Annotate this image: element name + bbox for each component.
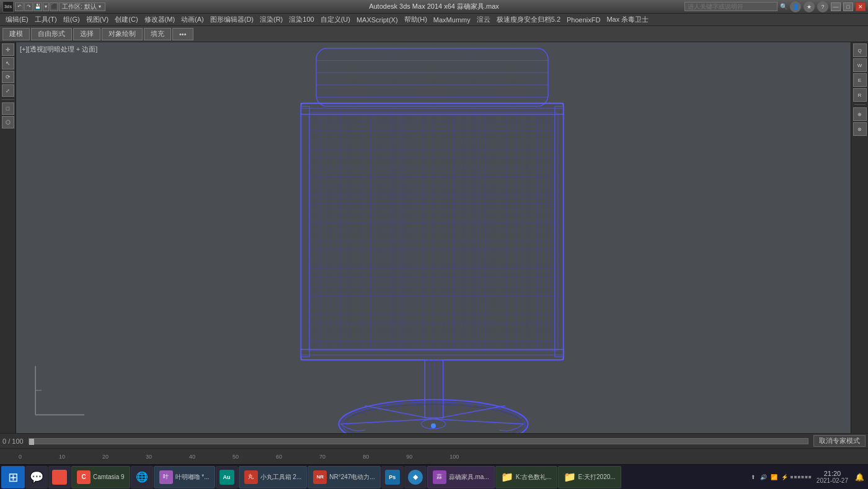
taskbar-chrome[interactable]: 🌐 (131, 466, 153, 488)
menu-item-0[interactable]: 编辑(E) (2, 14, 32, 25)
menu-item-11[interactable]: MAXScript(X) (353, 16, 401, 24)
folder1-label: K:古色数礼... (516, 473, 552, 482)
toolbar1-item-0[interactable]: 建模 (2, 28, 30, 40)
right-tool-1[interactable]: Q (853, 43, 867, 57)
svg-point-73 (431, 423, 436, 428)
taskbar-youtube[interactable]: 叶 叶明嘟噜 *... (154, 466, 215, 488)
timeline-num-3: 30 (146, 454, 152, 460)
menu-item-6[interactable]: 动画(A) (178, 14, 207, 25)
taskbar-xiaowan[interactable]: 丸 小丸工具箱 2... (239, 466, 308, 488)
right-tool-6[interactable]: ⊗ (853, 122, 867, 136)
menu-item-2[interactable]: 组(G) (60, 14, 83, 25)
right-tool-5[interactable]: ⊕ (853, 107, 867, 121)
right-tool-4[interactable]: R (853, 88, 867, 102)
minimize-button[interactable]: — (831, 2, 841, 11)
taskbar-camtasia[interactable]: C Camtasia 9 (71, 466, 130, 488)
right-tool-3[interactable]: E (853, 73, 867, 87)
toolbar1-item-4[interactable]: 填充 (144, 28, 171, 40)
taskbar-time-date[interactable]: 21:20 2021-02-27 (813, 470, 852, 484)
taskbar-folder1[interactable]: 📁 K:古色数礼... (495, 466, 557, 488)
timeline-num-0: 0 (19, 454, 22, 460)
menu-bar: 编辑(E)工具(T)组(G)视图(V)创建(C)修改器(M)动画(A)图形编辑器… (0, 14, 868, 26)
taskbar-folder2[interactable]: 📁 E:天打2020... (558, 466, 621, 488)
menu-item-4[interactable]: 创建(C) (112, 14, 141, 25)
tray-icon-4[interactable]: ⚡ (780, 472, 790, 482)
left-tool-6[interactable]: ⬡ (2, 116, 14, 128)
tray-icon-1[interactable]: ⬆ (748, 472, 758, 482)
menu-item-5[interactable]: 修改器(M) (141, 14, 179, 25)
workspace-label: 工作区: 默认 (62, 2, 97, 11)
menu-item-12[interactable]: 帮助(H) (401, 14, 430, 25)
timeline-numbers: 0102030405060708090100 (0, 449, 868, 464)
toolbar1-item-2[interactable]: 选择 (73, 28, 100, 40)
toolbar1-item-3[interactable]: 对象绘制 (102, 28, 143, 40)
menu-item-7[interactable]: 图形编辑器(D) (207, 14, 257, 25)
youtube-label: 叶明嘟噜 *... (175, 473, 210, 482)
menu-item-1[interactable]: 工具(T) (32, 14, 60, 25)
taskbar-nr[interactable]: NR NR°247电动力... (308, 466, 380, 488)
title-bar-right: 🔍 👤 ★ ? — □ ✕ (684, 1, 866, 12)
timeline-num-5: 50 (232, 454, 239, 460)
taskbar-time: 21:20 (824, 470, 841, 477)
redo-icon[interactable]: ↷ (24, 2, 33, 11)
icon-user[interactable]: 👤 (790, 1, 801, 12)
left-tool-2[interactable]: ↖ (2, 57, 14, 70)
folder2-label: E:天打2020... (578, 473, 616, 482)
menu-item-16[interactable]: PhoenixFD (564, 16, 603, 24)
timeline-num-9: 90 (406, 454, 412, 460)
timeline-thumb[interactable] (29, 439, 34, 445)
dropdown-icon[interactable]: ▼ (43, 2, 49, 11)
taskbar-suanque[interactable]: 蒜 蒜确家具.ma... (427, 466, 495, 488)
maximize-button[interactable]: □ (843, 2, 853, 11)
menu-item-9[interactable]: 渲染100 (286, 14, 317, 25)
left-tool-1[interactable]: ✛ (2, 43, 14, 56)
taskbar-wechat[interactable]: 💬 (25, 466, 48, 488)
start-button[interactable]: ⊞ (1, 466, 25, 488)
tray-icon-9[interactable]: ■ (805, 474, 808, 480)
notification-button[interactable]: 🔔 (853, 466, 866, 488)
timeline-track[interactable] (29, 438, 808, 444)
taskbar-app2[interactable]: ◆ (404, 466, 427, 488)
left-toolbar: ✛ ↖ ⟳ ⤢ □ ⬡ (0, 42, 16, 433)
tray-icon-3[interactable]: 📶 (769, 472, 779, 482)
menu-item-14[interactable]: 渲云 (474, 14, 494, 25)
icon-info[interactable]: ? (817, 1, 828, 12)
menu-item-17[interactable]: Max 杀毒卫士 (603, 14, 652, 25)
menu-item-3[interactable]: 视图(V) (83, 14, 112, 25)
taskbar-photoshop[interactable]: Ps (381, 466, 404, 488)
left-tool-5[interactable]: □ (2, 102, 14, 115)
menu-item-8[interactable]: 渲染(R) (257, 14, 286, 25)
svg-line-69 (340, 419, 433, 424)
left-tool-3[interactable]: ⟳ (2, 71, 14, 83)
menu-item-15[interactable]: 极速瘦身安全归档5.2 (494, 14, 564, 25)
cancel-expert-button[interactable]: 取消专家模式 (813, 435, 866, 447)
tray-icon-7[interactable]: ■ (797, 474, 800, 480)
tray-icon-10[interactable]: ■ (808, 474, 812, 480)
toolbar1-item-1[interactable]: 自由形式 (31, 28, 72, 40)
close-button[interactable]: ✕ (856, 2, 866, 11)
search-input[interactable] (684, 2, 777, 11)
save-icon[interactable]: 💾 (33, 2, 42, 11)
left-tool-4[interactable]: ⤢ (2, 84, 14, 97)
tray-icon-6[interactable]: ■ (794, 474, 797, 480)
svg-rect-59 (301, 106, 309, 357)
search-icon[interactable]: 🔍 (780, 3, 787, 10)
menu-item-10[interactable]: 自定义(U) (317, 14, 353, 25)
app-logo[interactable]: 3ds (2, 1, 14, 12)
tray-icon-2[interactable]: 🔊 (759, 472, 769, 482)
viewport[interactable]: [+][透视][明暗处理 + 边面] (16, 42, 851, 433)
taskbar-audition[interactable]: Au (216, 466, 238, 488)
tray-icon-5[interactable]: ■ (790, 474, 794, 480)
tray-icon-8[interactable]: ■ (801, 474, 804, 480)
right-tool-2[interactable]: W (853, 58, 867, 72)
nr-label: NR°247电动力... (329, 473, 374, 482)
svg-rect-0 (316, 48, 548, 107)
taskbar-red[interactable] (48, 466, 71, 488)
toolbar1-item-5[interactable]: ••• (172, 28, 193, 40)
menu-item-13[interactable]: MaxMummy (430, 16, 474, 24)
tb-icon2[interactable]: ⬛ (50, 2, 58, 11)
undo-icon[interactable]: ↶ (15, 2, 24, 11)
workspace-select[interactable]: 工作区: 默认 ▼ (59, 2, 105, 11)
icon-star[interactable]: ★ (804, 1, 815, 12)
taskbar-tray: ⬆ 🔊 📶 ⚡ ■ ■ ■ ■ ■ ■ 21:20 2021-02-27 🔔 (748, 466, 867, 488)
